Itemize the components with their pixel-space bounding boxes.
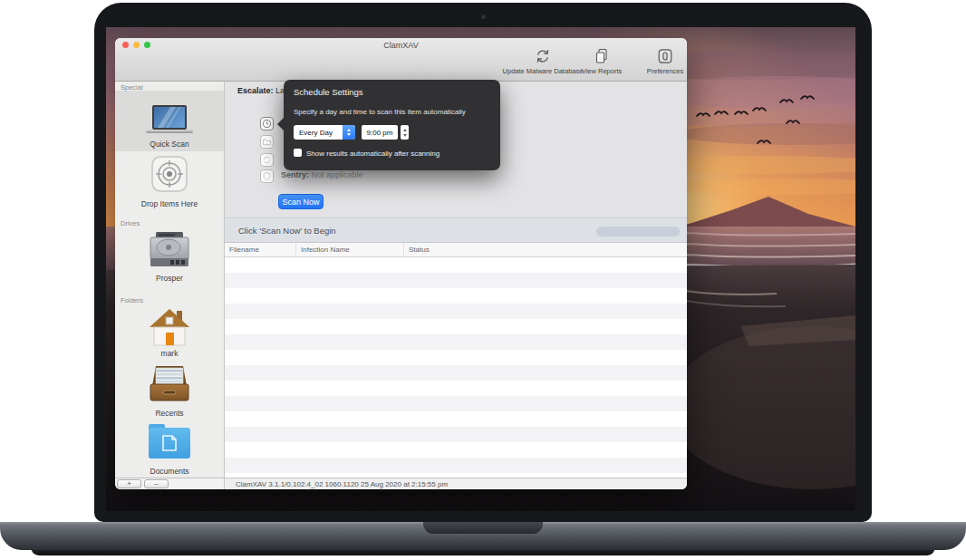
clamxav-window: ClamXAV Update Malware Database <box>115 38 687 489</box>
stepper-up-icon <box>403 129 407 131</box>
progress-bar <box>596 227 680 237</box>
schedule-settings-popover: Schedule Settings Specify a day and time… <box>284 80 500 170</box>
remove-source-button[interactable]: – <box>144 479 169 488</box>
target-icon <box>151 156 188 192</box>
folder-icon <box>262 137 272 147</box>
sidebar-item-label[interactable]: Prosper <box>115 274 224 283</box>
sidebar-item-label[interactable]: Drop Items Here <box>115 199 224 208</box>
add-source-button[interactable]: + <box>117 479 141 488</box>
sidebar-section-folders: Folders <box>121 296 143 304</box>
preferences-button[interactable]: Preferences <box>643 47 687 75</box>
sentry-status: Sentry: Not applicable <box>281 170 363 179</box>
column-header-infection-name[interactable]: Infection Name <box>296 243 404 256</box>
update-action-button[interactable] <box>260 153 274 167</box>
sidebar-item-label[interactable]: Recents <box>115 409 224 418</box>
toolbar-label: Update Malware Database <box>503 67 584 75</box>
schedule-button[interactable] <box>260 117 274 130</box>
laptop-icon <box>146 105 193 134</box>
lid-notch <box>423 522 543 534</box>
time-field[interactable]: 9:00 pm <box>362 125 398 140</box>
sentry-value: Not applicable <box>312 170 363 179</box>
sidebar-section-drives: Drives <box>121 219 140 227</box>
desktop: ClamXAV Update Malware Database <box>106 27 855 511</box>
sidebar-item-quick-scan[interactable] <box>146 105 193 138</box>
scan-status-message: Click 'Scan Now' to Begin <box>238 226 336 236</box>
macbook-mockup: ClamXAV Update Malware Database <box>0 0 966 560</box>
escalate-label: Escalate: <box>237 86 274 95</box>
sources-sidebar: Special <box>115 82 225 478</box>
show-results-label: Show results automatically after scannin… <box>306 150 440 158</box>
sidebar-item-documents[interactable] <box>149 424 190 462</box>
sidebar-item-label[interactable]: Documents <box>115 467 224 476</box>
toolbar-label: Preferences <box>647 67 683 75</box>
version-status-bar: ClamXAV 3.1.1/0.102.4_02 1060.1120 25 Au… <box>225 478 687 489</box>
toolbar-label: View Reports <box>582 67 622 75</box>
sidebar-item-label[interactable]: mark <box>115 349 224 358</box>
sidebar-section-special: Special <box>121 83 143 92</box>
popover-description: Specify a day and time to scan this item… <box>294 108 466 116</box>
sidebar-item-recents[interactable] <box>147 362 192 406</box>
documents-icon <box>593 47 611 65</box>
time-stepper[interactable] <box>401 125 409 140</box>
home-icon <box>149 308 190 346</box>
refresh-small-icon <box>262 155 272 165</box>
blue-folder-icon <box>149 424 190 459</box>
laptop-base <box>0 522 966 550</box>
shield-icon <box>262 171 272 181</box>
settings-switch-icon <box>656 47 674 65</box>
refresh-icon <box>534 47 552 65</box>
results-table-header: Filename Infection Name Status <box>225 243 687 257</box>
day-select-value: Every Day <box>294 129 343 137</box>
show-results-checkbox[interactable] <box>294 149 302 157</box>
hard-drive-icon <box>149 232 190 268</box>
file-drawer-icon <box>147 362 192 402</box>
folder-action-button[interactable] <box>260 135 274 149</box>
sidebar-item-mark[interactable] <box>149 308 190 350</box>
sidebar-footer: + – <box>115 478 225 489</box>
popover-arrow <box>277 118 284 130</box>
stepper-down-icon <box>403 134 407 137</box>
chevron-up-down-icon <box>343 125 355 140</box>
results-table-body[interactable] <box>225 257 687 478</box>
column-header-status[interactable]: Status <box>404 243 687 256</box>
column-header-filename[interactable]: Filename <box>225 243 296 256</box>
view-reports-button[interactable]: View Reports <box>575 47 629 75</box>
scan-status-bar: Click 'Scan Now' to Begin <box>225 217 687 243</box>
webcam-icon <box>481 14 486 19</box>
laptop-screen-bezel: ClamXAV Update Malware Database <box>94 3 872 522</box>
sidebar-item-prosper[interactable] <box>149 232 190 272</box>
sidebar-item-drop-items-here[interactable] <box>151 156 188 196</box>
sentry-button[interactable] <box>260 169 274 183</box>
popover-title: Schedule Settings <box>294 87 363 97</box>
escalate-status: Escalate: Las <box>237 86 289 95</box>
sidebar-item-label[interactable]: Quick Scan <box>115 140 224 149</box>
day-select[interactable]: Every Day <box>294 125 355 140</box>
title-bar[interactable]: ClamXAV Update Malware Database <box>115 38 687 82</box>
sentry-label: Sentry: <box>281 170 309 179</box>
clock-icon <box>262 119 272 129</box>
scan-now-button[interactable]: Scan Now <box>278 194 324 209</box>
